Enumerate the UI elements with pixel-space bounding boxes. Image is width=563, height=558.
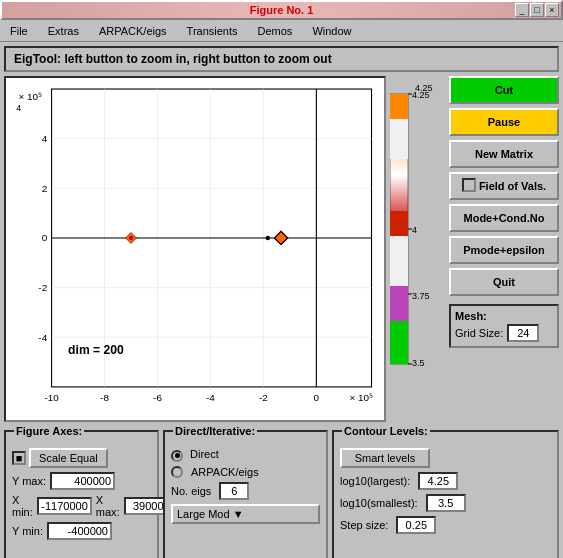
svg-text:-4: -4: [38, 332, 47, 343]
menu-file[interactable]: File: [4, 23, 34, 39]
svg-text:2: 2: [42, 183, 48, 194]
mesh-section: Mesh: Grid Size:: [449, 304, 559, 348]
contour-levels-panel: Contour Levels: Smart levels log10(large…: [332, 430, 559, 558]
log10-smallest-row: log10(smallest):: [340, 494, 551, 512]
menu-arpack[interactable]: ARPACK/eigs: [93, 23, 173, 39]
svg-rect-35: [390, 94, 408, 119]
figure-axes-title: Figure Axes:: [14, 425, 84, 437]
scale-equal-row: ■ Scale Equal: [12, 448, 151, 468]
direct-radio[interactable]: [171, 450, 183, 462]
close-button[interactable]: ×: [545, 3, 559, 17]
svg-text:-8: -8: [100, 392, 109, 403]
svg-text:3.75: 3.75: [412, 291, 430, 301]
bottom-section: Figure Axes: ■ Scale Equal Y max: X min:…: [0, 426, 563, 558]
svg-text:0: 0: [314, 392, 320, 403]
svg-text:3.5: 3.5: [412, 358, 425, 368]
pause-button[interactable]: Pause: [449, 108, 559, 136]
contour-levels-title: Contour Levels:: [342, 425, 430, 437]
colorbar-container: 4.25: [390, 76, 445, 422]
cut-button[interactable]: Cut: [449, 76, 559, 104]
svg-text:-10: -10: [44, 392, 59, 403]
field-of-vals-button[interactable]: Field of Vals.: [449, 172, 559, 200]
log10-smallest-label: log10(smallest):: [340, 497, 418, 509]
no-eigs-label: No. eigs: [171, 485, 211, 497]
minimize-button[interactable]: _: [515, 3, 529, 17]
step-size-input[interactable]: [396, 516, 436, 534]
svg-rect-38: [390, 236, 408, 286]
log10-largest-label: log10(largest):: [340, 475, 410, 487]
smart-levels-button[interactable]: Smart levels: [340, 448, 430, 468]
svg-text:4.25: 4.25: [412, 90, 430, 100]
y-min-label: Y min:: [12, 525, 43, 537]
svg-text:4: 4: [412, 225, 417, 235]
plot-svg[interactable]: -10 -8 -6 -4 -2 0 × 10⁵ 4 2 0 -2 -4 × 10…: [6, 78, 384, 420]
plot-area[interactable]: -10 -8 -6 -4 -2 0 × 10⁵ 4 2 0 -2 -4 × 10…: [4, 76, 386, 422]
x-min-row: X min: X max:: [12, 494, 151, 518]
direct-label: Direct: [190, 448, 219, 460]
menu-window[interactable]: Window: [306, 23, 357, 39]
svg-rect-37: [390, 211, 408, 236]
svg-text:4: 4: [42, 133, 48, 144]
checkbox-icon: [462, 178, 476, 194]
svg-text:-2: -2: [259, 392, 268, 403]
mode-cond-button[interactable]: Mode+Cond.No: [449, 204, 559, 232]
y-max-input[interactable]: [50, 472, 115, 490]
svg-text:4: 4: [16, 103, 21, 113]
log10-smallest-input[interactable]: [426, 494, 466, 512]
mesh-row: Grid Size:: [455, 324, 553, 342]
status-text: EigTool: left button to zoom in, right b…: [14, 52, 332, 66]
svg-text:-4: -4: [206, 392, 215, 403]
menu-demos[interactable]: Demos: [252, 23, 299, 39]
x-min-input[interactable]: [37, 497, 92, 515]
arpack-label: ARPACK/eigs: [191, 466, 259, 478]
field-vals-checkbox[interactable]: [462, 178, 476, 192]
field-vals-label: Field of Vals.: [479, 180, 546, 192]
mesh-title: Mesh:: [455, 310, 553, 322]
large-mod-label: Large Mod ▼: [177, 508, 244, 520]
svg-text:0: 0: [42, 232, 48, 243]
svg-rect-40: [390, 321, 408, 364]
window-title: Figure No. 1: [250, 4, 314, 16]
right-panel: Cut Pause New Matrix Field of Vals. Mode…: [449, 76, 559, 422]
svg-point-29: [129, 236, 133, 240]
y-max-label: Y max:: [12, 475, 46, 487]
quit-button[interactable]: Quit: [449, 268, 559, 296]
status-bar: EigTool: left button to zoom in, right b…: [4, 46, 559, 72]
large-mod-row: Large Mod ▼: [171, 504, 320, 524]
figure-axes-panel: Figure Axes: ■ Scale Equal Y max: X min:…: [4, 430, 159, 558]
colorbar-svg: 4.25: [390, 76, 445, 386]
x-max-label: X max:: [96, 494, 120, 518]
direct-iterative-title: Direct/Iterative:: [173, 425, 257, 437]
arpack-row: ARPACK/eigs: [171, 466, 320, 478]
svg-text:-2: -2: [38, 282, 47, 293]
new-matrix-button[interactable]: New Matrix: [449, 140, 559, 168]
smart-levels-row: Smart levels: [340, 448, 551, 468]
direct-iterative-panel: Direct/Iterative: Direct ARPACK/eigs No.…: [163, 430, 328, 558]
y-min-row: Y min:: [12, 522, 151, 540]
svg-rect-39: [390, 286, 408, 321]
svg-rect-36: [390, 119, 408, 159]
y-min-input[interactable]: [47, 522, 112, 540]
log10-largest-input[interactable]: [418, 472, 458, 490]
grid-size-label: Grid Size:: [455, 327, 503, 339]
grid-size-input[interactable]: [507, 324, 539, 342]
title-bar: Figure No. 1 _ □ ×: [0, 0, 563, 20]
svg-point-30: [266, 236, 270, 240]
arpack-radio[interactable]: [171, 466, 183, 478]
window-controls[interactable]: _ □ ×: [515, 3, 559, 17]
direct-row: Direct: [171, 448, 320, 462]
main-content: -10 -8 -6 -4 -2 0 × 10⁵ 4 2 0 -2 -4 × 10…: [0, 76, 563, 426]
maximize-button[interactable]: □: [530, 3, 544, 17]
pmode-epsilon-button[interactable]: Pmode+epsilon: [449, 236, 559, 264]
scale-equal-checkbox[interactable]: ■: [12, 451, 26, 465]
log10-largest-row: log10(largest):: [340, 472, 551, 490]
svg-text:× 10⁵: × 10⁵: [349, 392, 373, 403]
menu-extras[interactable]: Extras: [42, 23, 85, 39]
svg-text:-6: -6: [153, 392, 162, 403]
no-eigs-input[interactable]: [219, 482, 249, 500]
scale-equal-button[interactable]: Scale Equal: [29, 448, 108, 468]
no-eigs-row: No. eigs: [171, 482, 320, 500]
menu-transients[interactable]: Transients: [181, 23, 244, 39]
large-mod-dropdown[interactable]: Large Mod ▼: [171, 504, 320, 524]
svg-text:dim = 200: dim = 200: [68, 343, 124, 357]
